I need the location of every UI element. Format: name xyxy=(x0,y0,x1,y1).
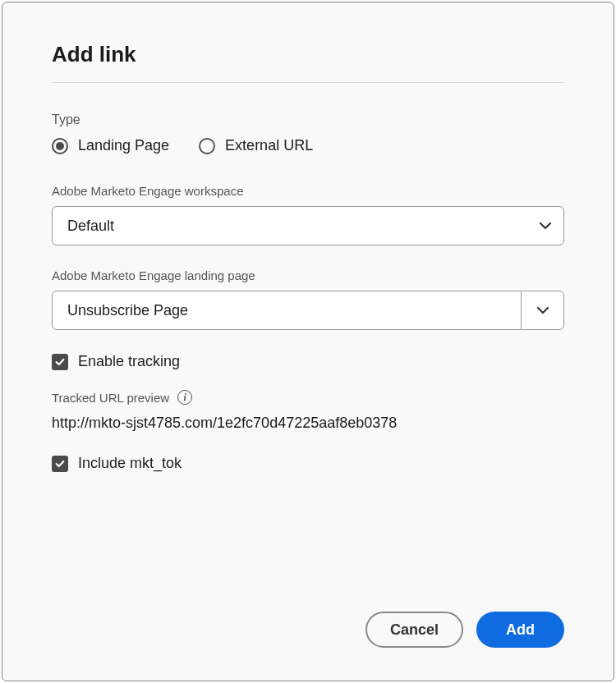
dialog-buttons: Cancel Add xyxy=(52,612,564,648)
radio-unselected-icon xyxy=(199,138,215,154)
include-mkttok-label: Include mkt_tok xyxy=(78,455,182,472)
radio-landing-page[interactable]: Landing Page xyxy=(52,137,169,154)
dialog-title: Add link xyxy=(52,42,564,67)
landing-page-select[interactable]: Unsubscribe Page xyxy=(52,291,564,330)
checkmark-icon xyxy=(54,458,66,470)
enable-tracking-label: Enable tracking xyxy=(78,353,180,370)
divider xyxy=(52,82,564,83)
checkmark-icon xyxy=(54,356,66,368)
landing-page-value: Unsubscribe Page xyxy=(67,302,188,319)
radio-external-label: External URL xyxy=(225,137,313,154)
workspace-select[interactable]: Default xyxy=(52,206,564,245)
add-button[interactable]: Add xyxy=(476,612,564,648)
chevron-down-icon xyxy=(539,219,552,232)
url-preview-label: Tracked URL preview xyxy=(52,391,169,405)
url-preview-value: http://mkto-sjst4785.com/1e2fc70d47225aa… xyxy=(52,415,564,432)
add-link-dialog: Add link Type Landing Page External URL … xyxy=(2,2,614,681)
landing-page-label: Adobe Marketo Engage landing page xyxy=(52,268,564,282)
radio-external-url[interactable]: External URL xyxy=(199,137,313,154)
type-radio-group: Landing Page External URL xyxy=(52,137,564,154)
radio-selected-icon xyxy=(52,138,68,154)
workspace-label: Adobe Marketo Engage workspace xyxy=(52,184,564,198)
cancel-button[interactable]: Cancel xyxy=(365,612,463,648)
type-label: Type xyxy=(52,112,564,127)
chevron-down-icon xyxy=(521,291,563,329)
workspace-value: Default xyxy=(67,218,114,235)
enable-tracking-checkbox[interactable] xyxy=(52,354,68,370)
include-mkttok-checkbox[interactable] xyxy=(52,456,68,472)
info-icon[interactable]: i xyxy=(177,390,192,405)
radio-landing-label: Landing Page xyxy=(78,137,169,154)
